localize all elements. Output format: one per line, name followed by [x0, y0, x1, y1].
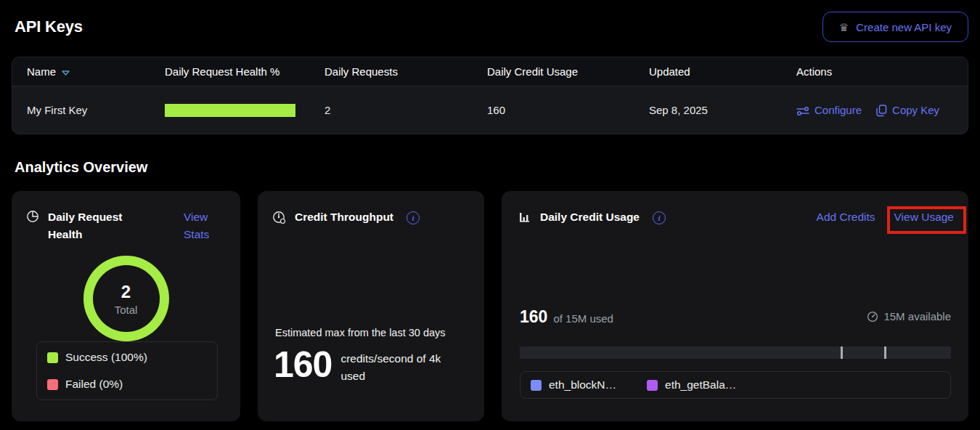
analytics-heading: Analytics Overview — [15, 159, 147, 176]
usage-used-value: 160 — [520, 307, 547, 327]
bar-chart-icon — [519, 211, 531, 223]
add-credits-link[interactable]: Add Credits — [817, 211, 875, 224]
legend-item-eth-blocknumber: eth_blockN… — [531, 378, 616, 392]
usage-card-title: Daily Credit Usage — [540, 208, 640, 226]
health-bar-track — [165, 104, 295, 117]
throughput-value: 160 — [274, 345, 332, 385]
daily-credit-usage-card: Daily Credit Usage i Add Credits View Us… — [502, 191, 968, 421]
health-legend-box: Success (100%) Failed (0%) — [36, 341, 218, 400]
updated-value: Sep 8, 2025 — [649, 104, 796, 116]
eth-blocknumber-label: eth_blockN… — [549, 378, 616, 392]
failed-label: Failed (0%) — [65, 378, 123, 391]
column-header-actions: Actions — [796, 65, 953, 78]
throughput-card-title: Credit Throughput — [295, 208, 393, 226]
api-key-name: My First Key — [27, 104, 165, 116]
usage-threshold-marker — [884, 346, 886, 359]
legend-item-success: Success (100%) — [47, 351, 207, 364]
topbar: API Keys ♛ Create new API key — [0, 0, 980, 54]
column-header-name[interactable]: Name — [27, 65, 165, 78]
throughput-value-row: 160 credits/second of 4k used — [274, 345, 457, 385]
health-bar-cell — [165, 104, 324, 117]
copy-icon — [876, 105, 887, 117]
pie-chart-icon — [26, 210, 39, 223]
sliders-icon — [796, 106, 809, 116]
configure-label: Configure — [814, 104, 862, 116]
usage-available-label: 15M available — [883, 310, 951, 322]
daily-requests-value: 2 — [324, 104, 487, 116]
throughput-info-icon[interactable]: i — [407, 211, 420, 224]
usage-progress-bar — [520, 346, 951, 359]
copy-key-link[interactable]: Copy Key — [876, 103, 939, 117]
health-card-header: Daily Request Health View Stats — [26, 208, 226, 243]
configure-link[interactable]: Configure — [796, 104, 862, 116]
throughput-unit: credits/second of 4k used — [340, 350, 457, 385]
failed-swatch — [47, 379, 58, 390]
success-label: Success (100%) — [65, 351, 147, 364]
sort-chevron-icon[interactable] — [62, 70, 70, 76]
daily-credit-usage-value: 160 — [487, 104, 649, 116]
throughput-card-header: Credit Throughput i — [272, 208, 470, 226]
copy-key-label: Copy Key — [892, 104, 939, 116]
legend-item-failed: Failed (0%) — [47, 378, 207, 391]
daily-request-health-card: Daily Request Health View Stats 2 Total … — [12, 191, 240, 421]
usage-used-label: of 15M used — [553, 312, 613, 325]
health-donut-center: 2 Total — [93, 265, 160, 332]
table-header-row: Name Daily Request Health % Daily Reques… — [12, 57, 968, 86]
api-keys-table: Name Daily Request Health % Daily Reques… — [12, 57, 968, 134]
eth-getbalance-label: eth_getBala… — [665, 378, 736, 392]
column-header-credit-usage: Daily Credit Usage — [487, 65, 649, 78]
column-header-health: Daily Request Health % — [165, 65, 324, 78]
eth-blocknumber-swatch — [531, 380, 542, 391]
usage-card-links: Add Credits View Usage — [817, 211, 954, 224]
view-usage-link[interactable]: View Usage — [894, 211, 954, 224]
meter-icon — [867, 311, 878, 322]
dashboard-page: API Keys ♛ Create new API key Name Daily… — [0, 0, 980, 430]
credit-throughput-card: Credit Throughput i Estimated max from t… — [258, 191, 484, 421]
health-total-value: 2 — [121, 282, 131, 302]
usage-info-icon[interactable]: i — [653, 211, 666, 224]
create-api-key-button[interactable]: ♛ Create new API key — [822, 12, 968, 42]
column-header-updated: Updated — [649, 65, 796, 78]
eth-getbalance-swatch — [647, 380, 658, 391]
usage-threshold-marker — [841, 346, 843, 359]
usage-stats-row: 160 of 15M used 15M available — [520, 307, 951, 327]
analytics-cards: Daily Request Health View Stats 2 Total … — [12, 191, 968, 421]
health-card-title: Daily Request Health — [48, 208, 135, 243]
create-api-key-label: Create new API key — [856, 21, 952, 33]
health-total-label: Total — [115, 304, 138, 316]
success-swatch — [47, 352, 58, 363]
actions-cell: Configure Copy Key — [796, 103, 953, 117]
health-bar-fill — [165, 104, 295, 117]
table-row: My First Key 2 160 Sep 8, 2025 Conf — [12, 86, 968, 134]
crown-icon: ♛ — [839, 22, 849, 33]
gauge-icon — [272, 211, 286, 224]
health-donut-ring: 2 Total — [83, 256, 169, 341]
view-stats-link[interactable]: View Stats — [184, 208, 226, 243]
throughput-note: Estimated max from the last 30 days — [275, 327, 446, 338]
column-header-requests: Daily Requests — [324, 65, 487, 78]
page-title: API Keys — [15, 17, 83, 36]
legend-item-eth-getbalance: eth_getBala… — [647, 378, 736, 392]
usage-legend-box: eth_blockN… eth_getBala… — [520, 371, 951, 399]
usage-available: 15M available — [867, 310, 951, 322]
